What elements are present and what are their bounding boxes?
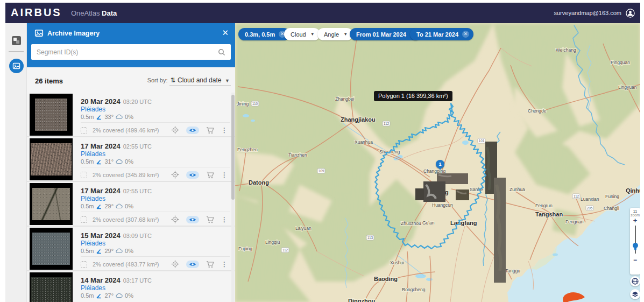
map-label: Funing <box>605 194 619 199</box>
show-on-map-toggle[interactable] <box>186 216 199 223</box>
center-on-map-icon[interactable] <box>171 215 179 223</box>
incidence-angle-icon <box>96 158 102 165</box>
filter-date-to[interactable]: To 21 Mar 2024✕ <box>410 28 473 40</box>
item-date: 20 Mar 2024 <box>81 97 121 106</box>
center-on-map-icon[interactable] <box>171 171 179 179</box>
map-label: Tangshan <box>535 211 563 217</box>
cart-icon[interactable] <box>206 261 214 268</box>
globe-view-button[interactable] <box>630 276 640 286</box>
item-time: 02:55 UTC <box>123 188 152 194</box>
map-label: Fengrun <box>535 203 553 208</box>
item-resolution: 0.5m <box>81 158 94 165</box>
map-label: Dingzhou <box>348 298 375 302</box>
filter-label: From 01 Mar 2024 <box>356 31 406 38</box>
product-data: Data <box>102 9 117 17</box>
items-count: 26 items <box>35 77 63 85</box>
map-label: Datong <box>249 179 269 186</box>
sort-arrows-icon: ⇅ <box>171 76 176 84</box>
list-item[interactable]: 14 Mar 202403:17 UTC Pléiades 0.5m 27° 0… <box>27 271 235 302</box>
dropdown-caret-icon: ▼ <box>343 32 348 37</box>
item-thumbnail[interactable] <box>30 138 73 180</box>
search-icon[interactable] <box>218 48 225 56</box>
item-thumbnail[interactable] <box>30 228 73 270</box>
item-angle: 29° <box>104 248 114 254</box>
polygon-marker[interactable]: 1 <box>436 160 444 168</box>
segment-search-input[interactable] <box>37 48 218 56</box>
cloud-icon <box>116 159 123 164</box>
road-shield: 109 <box>319 169 324 173</box>
item-thumbnail[interactable] <box>30 183 73 225</box>
more-options-icon[interactable]: ⋮ <box>221 127 228 134</box>
layers-button[interactable] <box>630 289 640 299</box>
show-on-map-toggle[interactable] <box>186 127 199 134</box>
item-cloud-cover: 0% <box>125 114 133 120</box>
user-account-icon[interactable] <box>626 9 635 18</box>
item-resolution: 0.5m <box>81 114 94 120</box>
show-on-map-toggle[interactable] <box>186 261 199 268</box>
filter-cloud[interactable]: Cloud▼ <box>284 28 320 40</box>
list-scrollbar[interactable] <box>231 93 235 302</box>
list-item[interactable]: 20 Mar 202403:20 UTC Pléiades 0.5m 33° 0… <box>27 93 235 137</box>
footprint-checkbox-icon[interactable] <box>81 127 87 134</box>
archive-imagery-rail-button[interactable] <box>9 59 24 73</box>
item-thumbnail[interactable] <box>30 272 73 302</box>
left-rail <box>5 23 27 302</box>
footprint-checkbox-icon[interactable] <box>81 216 87 223</box>
item-angle: 31° <box>104 158 114 165</box>
item-resolution: 0.5m <box>81 292 94 299</box>
filter-resolution[interactable]: 0.3m, 0.5m✕ <box>238 28 290 40</box>
footprint-checkbox-icon[interactable] <box>81 172 87 178</box>
item-time: 02:55 UTC <box>123 143 152 150</box>
item-sensor-link[interactable]: Pléiades <box>81 240 105 247</box>
item-sensor-link[interactable]: Pléiades <box>81 195 105 202</box>
footprint-checkbox-icon[interactable] <box>81 261 87 268</box>
item-sensor-link[interactable]: Pléiades <box>81 284 105 292</box>
remove-filter-icon[interactable]: ✕ <box>462 31 469 38</box>
road-shield: 110 <box>252 102 258 106</box>
filter-angle[interactable]: Angle▼ <box>317 28 353 40</box>
road-shield: 205 <box>587 206 593 210</box>
center-on-map-icon[interactable] <box>171 126 179 134</box>
map-label: Weichang <box>556 47 576 53</box>
map-label: Gu'an <box>422 220 435 226</box>
eye-icon <box>189 128 196 133</box>
item-cloud-cover: 0% <box>125 158 133 165</box>
more-options-icon[interactable]: ⋮ <box>221 171 228 179</box>
zoom-slider-knob[interactable] <box>633 243 638 248</box>
map-label: Changli <box>604 206 619 211</box>
top-navbar: AIRBUS OneAtlas Data surveyandmap@163.co… <box>5 3 640 23</box>
zoom-in-button[interactable]: + <box>630 217 640 224</box>
item-time: 03:17 UTC <box>123 277 152 284</box>
map-label: Tianzhen <box>288 152 307 158</box>
item-time: 03:09 UTC <box>123 233 152 239</box>
cart-icon[interactable] <box>206 127 214 134</box>
panel-close-button[interactable]: ✕ <box>222 28 229 38</box>
map-label: Sanhe <box>470 187 483 192</box>
map-label: Qinhuangdao <box>626 187 640 194</box>
zoom-slider[interactable] <box>635 226 636 254</box>
item-sensor-link[interactable]: Pléiades <box>81 106 105 113</box>
center-on-map-icon[interactable] <box>171 260 179 268</box>
zoom-out-button[interactable]: − <box>630 256 640 264</box>
item-sensor-link[interactable]: Pléiades <box>81 150 105 158</box>
sort-dropdown[interactable]: ⇅ Cloud and date ▼ <box>169 76 231 86</box>
more-options-icon[interactable]: ⋮ <box>221 261 228 268</box>
list-item[interactable]: 17 Mar 202402:55 UTC Pléiades 0.5m 31° 0… <box>27 137 235 182</box>
cart-icon[interactable] <box>206 216 214 223</box>
cloud-icon <box>116 293 123 298</box>
map-canvas[interactable]: Jining Zhangbei Zhangjiakou Xuanhua Shac… <box>235 23 640 302</box>
list-item[interactable]: 15 Mar 202403:09 UTC Pléiades 0.5m 29° 0… <box>27 227 235 271</box>
item-angle: 33° <box>104 114 114 120</box>
show-on-map-toggle[interactable] <box>186 171 199 179</box>
more-options-icon[interactable]: ⋮ <box>221 216 228 223</box>
item-resolution: 0.5m <box>81 203 94 209</box>
map-label: Tanggu <box>505 268 520 273</box>
eye-icon <box>189 172 196 178</box>
cart-icon[interactable] <box>206 171 214 179</box>
incidence-angle-icon <box>96 292 102 299</box>
item-thumbnail[interactable] <box>30 94 73 136</box>
item-date: 15 Mar 2024 <box>81 231 121 240</box>
basemap-toggle-icon[interactable] <box>12 36 21 45</box>
scrollbar-thumb[interactable] <box>231 95 235 200</box>
list-item[interactable]: 17 Mar 202402:55 UTC Pléiades 0.5m 29° 0… <box>27 182 235 227</box>
